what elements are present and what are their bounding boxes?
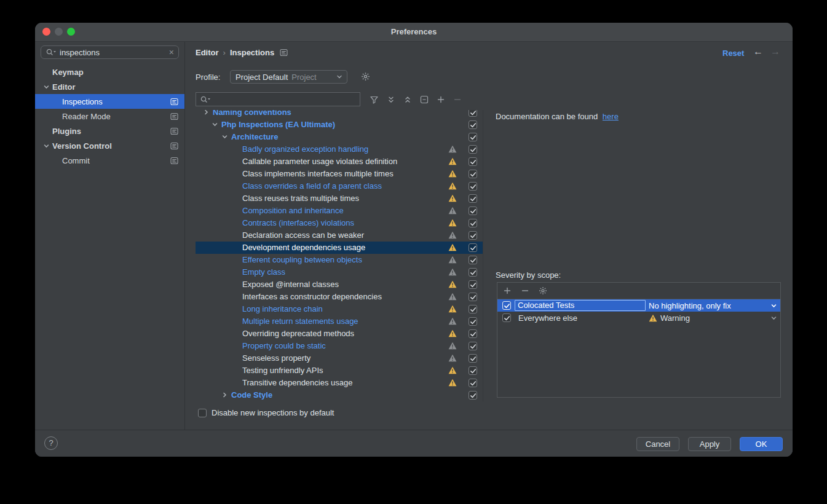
checkbox[interactable] <box>469 293 477 301</box>
apply-button[interactable]: Apply <box>688 437 731 451</box>
inspection-row-long-inheritance-chain[interactable]: Long inheritance chain <box>196 303 483 315</box>
inspection-row-callable-parameter-usage-violates-definition[interactable]: Callable parameter usage violates defini… <box>196 156 483 168</box>
inspection-row-testing-unfriendly-apis[interactable]: Testing unfriendly APIs <box>196 364 483 377</box>
chevron-down-icon[interactable] <box>221 133 228 140</box>
inspection-row-contracts-interfaces-violations[interactable]: Contracts (interfaces) violations <box>196 217 483 229</box>
severity-by-scope-label: Severity by scope: <box>496 270 561 280</box>
profile-context: Project <box>291 73 316 82</box>
chevron-down-icon[interactable] <box>212 121 218 128</box>
inspection-row-class-reuses-traits-multiple-times[interactable]: Class reuses traits multiple times <box>196 192 483 205</box>
chevron-right-icon[interactable] <box>203 110 210 116</box>
sidebar-item-keymap[interactable]: Keymap <box>35 65 184 79</box>
severity-cell[interactable]: No highlighting, only fix <box>646 301 770 310</box>
add-scope-icon[interactable] <box>501 285 513 297</box>
inspection-row-badly-organized-exception-handling[interactable]: Badly organized exception handling <box>196 143 483 156</box>
help-button[interactable]: ? <box>44 436 58 450</box>
checkbox[interactable] <box>469 219 477 227</box>
checkbox[interactable] <box>469 231 477 240</box>
gear-icon[interactable] <box>537 285 548 297</box>
checkbox[interactable] <box>469 170 477 178</box>
add-icon[interactable] <box>435 94 446 106</box>
checkbox[interactable] <box>198 409 207 417</box>
chevron-down-icon[interactable] <box>770 315 777 321</box>
cancel-button[interactable]: Cancel <box>636 437 679 451</box>
ok-button[interactable]: OK <box>740 437 783 451</box>
checkbox[interactable] <box>469 268 477 277</box>
inspection-row-overriding-deprecated-methods[interactable]: Overriding deprecated methods <box>196 328 483 340</box>
collapse-all-icon[interactable] <box>402 94 413 106</box>
checkbox[interactable] <box>469 366 477 375</box>
sidebar-item-editor[interactable]: Editor <box>35 79 184 94</box>
modified-box-icon[interactable] <box>418 94 430 106</box>
sidebar-item-plugins[interactable]: Plugins <box>35 124 184 138</box>
inspection-row-senseless-property[interactable]: Senseless property <box>196 352 483 364</box>
profile-dropdown[interactable]: Project Default Project <box>230 70 347 84</box>
weak-warning-icon <box>448 293 457 301</box>
inspection-row-development-dependencies-usage[interactable]: Development dependencies usage <box>196 242 483 254</box>
breadcrumb-editor[interactable]: Editor <box>196 48 219 57</box>
inspection-row-class-implements-interfaces-multiple-times[interactable]: Class implements interfaces multiple tim… <box>196 168 483 180</box>
documentation-link[interactable]: here <box>603 112 619 121</box>
sidebar-item-reader-mode[interactable]: Reader Mode <box>35 109 184 124</box>
checkbox[interactable] <box>469 182 477 191</box>
inspection-row-transitive-dependencies-usage[interactable]: Transitive dependencies usage <box>196 377 483 389</box>
inspection-row-multiple-return-statements-usage[interactable]: Multiple return statements usage <box>196 315 483 328</box>
chevron-right-icon[interactable] <box>221 392 228 398</box>
checkbox[interactable] <box>469 379 477 387</box>
filter-icon[interactable] <box>368 94 380 106</box>
checkbox[interactable] <box>469 354 477 363</box>
inspection-row-php-inspections-ea-ultimate[interactable]: Php Inspections (EA Ultimate) <box>196 119 483 131</box>
gear-icon[interactable] <box>361 72 370 81</box>
inspection-row-exposed-internal-classes[interactable]: Exposed @internal classes <box>196 278 483 291</box>
expand-all-icon[interactable] <box>385 94 397 106</box>
search-input[interactable]: inspections <box>60 48 166 57</box>
inspection-row-code-style[interactable]: Code Style <box>196 389 483 401</box>
inspection-row-composition-and-inheritance[interactable]: Composition and inheritance <box>196 205 483 217</box>
inspection-row-efferent-coupling-between-objects[interactable]: Efferent coupling between objects <box>196 254 483 266</box>
options-icon[interactable] <box>280 49 288 57</box>
sidebar-item-commit[interactable]: Commit <box>35 153 184 168</box>
inspection-row-interfaces-as-constructor-dependencies[interactable]: Interfaces as constructor dependencies <box>196 291 483 303</box>
scope-row-colocated-tests[interactable]: Colocated TestsNo highlighting, only fix <box>497 299 780 312</box>
checkbox[interactable] <box>469 157 477 166</box>
sidebar-item-inspections[interactable]: Inspections <box>35 94 184 109</box>
scope-name[interactable]: Colocated Tests <box>515 300 646 311</box>
remove-scope-icon[interactable] <box>519 285 531 297</box>
checkbox[interactable] <box>502 313 511 322</box>
checkbox[interactable] <box>469 110 477 117</box>
sidebar-item-version-control[interactable]: Version Control <box>35 138 184 153</box>
inspection-row-naming-conventions[interactable]: Naming conventions <box>196 110 483 119</box>
checkbox[interactable] <box>469 194 477 203</box>
inspection-row-declaration-access-can-be-weaker[interactable]: Declaration access can be weaker <box>196 229 483 242</box>
severity-value: No highlighting, only fix <box>649 301 731 310</box>
chevron-down-icon[interactable] <box>43 143 52 149</box>
breadcrumb-inspections[interactable]: Inspections <box>230 48 274 57</box>
settings-search-field[interactable]: inspections × <box>41 45 179 59</box>
checkbox[interactable] <box>469 391 477 400</box>
scope-name[interactable]: Everywhere else <box>515 313 646 323</box>
inspection-row-architecture[interactable]: Architecture <box>196 131 483 143</box>
checkbox[interactable] <box>469 207 477 215</box>
inspection-row-property-could-be-static[interactable]: Property could be static <box>196 340 483 352</box>
back-icon[interactable]: ← <box>753 46 763 57</box>
checkbox[interactable] <box>469 317 477 326</box>
inspections-search-field[interactable] <box>196 92 360 106</box>
checkbox[interactable] <box>469 305 477 313</box>
checkbox[interactable] <box>502 301 511 310</box>
severity-cell[interactable]: Warning <box>646 313 770 323</box>
checkbox[interactable] <box>469 280 477 289</box>
checkbox[interactable] <box>469 342 477 350</box>
checkbox[interactable] <box>469 145 477 154</box>
checkbox[interactable] <box>469 329 477 338</box>
scope-row-everywhere-else[interactable]: Everywhere elseWarning <box>497 312 780 324</box>
checkbox[interactable] <box>469 120 477 129</box>
inspection-row-class-overrides-a-field-of-a-parent-class[interactable]: Class overrides a field of a parent clas… <box>196 180 483 192</box>
chevron-down-icon[interactable] <box>43 84 52 90</box>
checkbox[interactable] <box>469 256 477 264</box>
chevron-down-icon[interactable] <box>770 302 777 309</box>
inspection-row-empty-class[interactable]: Empty class <box>196 266 483 278</box>
checkbox[interactable] <box>469 133 477 141</box>
checkbox[interactable] <box>469 243 477 252</box>
clear-icon[interactable]: × <box>169 48 174 57</box>
reset-button[interactable]: Reset <box>722 49 744 58</box>
